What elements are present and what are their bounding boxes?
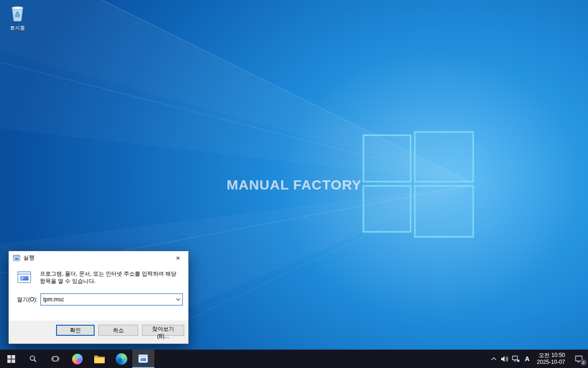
recycle-bin-label: 휴지통 <box>6 25 29 32</box>
network-button[interactable] <box>510 350 521 368</box>
volume-button[interactable] <box>499 350 510 368</box>
task-view-icon <box>51 355 60 363</box>
run-dialog: 실행 × 프로그램, 폴더, 문서, 또는 인터넷 주소를 입력하여 해당 항목… <box>8 251 189 344</box>
run-icon <box>13 254 20 262</box>
network-icon <box>512 355 520 362</box>
notification-center-button[interactable]: 2 <box>570 350 588 368</box>
run-app-button[interactable] <box>132 350 154 368</box>
cancel-button[interactable]: 취소 <box>98 325 138 336</box>
run-dialog-icon <box>17 270 32 285</box>
clock-time: 오전 10:50 <box>537 352 565 359</box>
copilot-button[interactable] <box>66 350 88 368</box>
copilot-icon <box>72 354 83 364</box>
chevron-up-icon <box>491 357 497 361</box>
browse-button[interactable]: 찾아보기(B)... <box>142 325 184 336</box>
windows-logo <box>362 129 475 240</box>
clock-date: 2025-10-07 <box>537 359 565 366</box>
open-combobox[interactable] <box>40 293 183 305</box>
close-button[interactable]: × <box>168 251 188 264</box>
start-button[interactable] <box>0 350 22 368</box>
recycle-bin-icon <box>9 4 26 22</box>
ime-indicator[interactable]: A <box>521 350 533 368</box>
edge-button[interactable] <box>110 350 132 368</box>
search-icon <box>29 355 37 363</box>
run-dialog-footer: 확인 취소 찾아보기(B)... <box>9 321 188 344</box>
ok-button[interactable]: 확인 <box>56 325 95 336</box>
chevron-down-icon[interactable] <box>174 294 182 305</box>
speaker-icon <box>501 356 509 362</box>
run-dialog-description: 프로그램, 폴더, 문서, 또는 인터넷 주소를 입력하여 해당 항목을 열 수… <box>40 270 182 285</box>
run-dialog-title: 실행 <box>23 254 34 262</box>
file-explorer-icon <box>94 354 105 364</box>
edge-icon <box>116 353 127 365</box>
system-tray: A 오전 10:50 2025-10-07 2 <box>488 350 588 368</box>
recycle-bin[interactable]: 휴지통 <box>6 4 29 32</box>
tray-expand-button[interactable] <box>488 350 499 368</box>
task-view-button[interactable] <box>44 350 66 368</box>
search-button[interactable] <box>22 350 44 368</box>
run-dialog-body: 프로그램, 폴더, 문서, 또는 인터넷 주소를 입력하여 해당 항목을 열 수… <box>9 264 188 321</box>
notification-badge: 2 <box>580 359 587 366</box>
run-dialog-titlebar[interactable]: 실행 × <box>9 251 188 264</box>
file-explorer-button[interactable] <box>88 350 110 368</box>
windows-start-icon <box>7 355 15 363</box>
taskbar: A 오전 10:50 2025-10-07 2 <box>0 350 588 368</box>
open-label: 열기(O): <box>17 296 38 304</box>
taskbar-clock[interactable]: 오전 10:50 2025-10-07 <box>533 352 570 366</box>
run-app-icon <box>138 354 149 364</box>
open-input[interactable] <box>41 294 174 305</box>
